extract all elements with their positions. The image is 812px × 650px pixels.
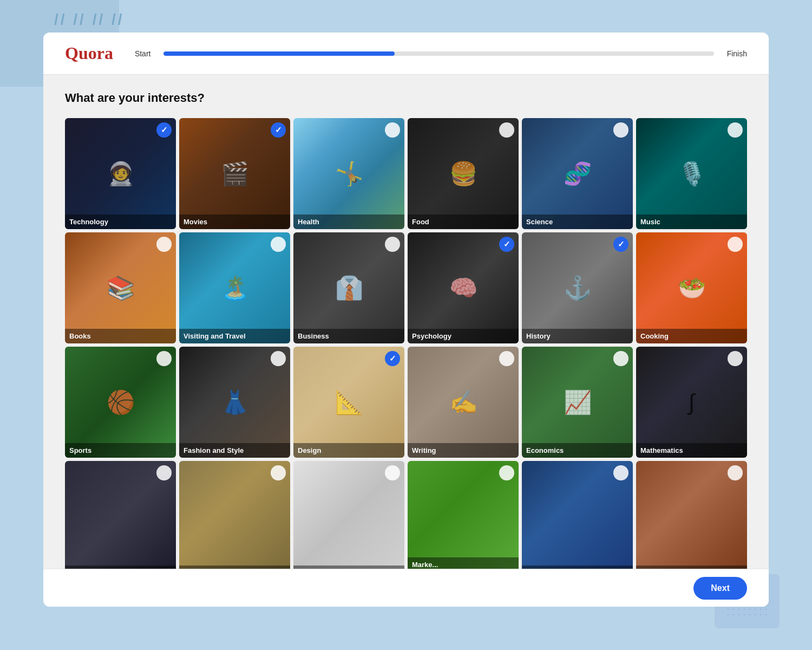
history-label: History bbox=[522, 329, 633, 343]
books-label: Books bbox=[65, 329, 176, 343]
design-select[interactable]: ✓ bbox=[385, 351, 400, 366]
card-science[interactable]: Science bbox=[522, 118, 633, 229]
interests-grid: Technology ✓ Movies ✓ Health Food bbox=[65, 118, 747, 572]
card-row4d[interactable]: Marke... bbox=[408, 461, 519, 572]
economics-label: Economics bbox=[522, 443, 633, 458]
technology-label: Technology bbox=[65, 214, 176, 229]
writing-label: Writing bbox=[408, 443, 519, 458]
header: Quora Start Finish bbox=[43, 32, 769, 75]
card-psychology[interactable]: Psychology ✓ bbox=[408, 232, 519, 343]
books-select[interactable] bbox=[156, 237, 172, 252]
visiting-label: Visiting and Travel bbox=[179, 329, 290, 343]
card-row4f[interactable] bbox=[636, 461, 747, 572]
card-economics[interactable]: Economics bbox=[522, 347, 633, 458]
card-design[interactable]: Design ✓ bbox=[293, 347, 404, 458]
sports-label: Sports bbox=[65, 443, 176, 458]
row4a-select[interactable] bbox=[156, 465, 172, 480]
card-row4b[interactable] bbox=[179, 461, 290, 572]
health-label: Health bbox=[293, 214, 404, 229]
card-writing[interactable]: Writing bbox=[408, 347, 519, 458]
quora-logo: Quora bbox=[65, 43, 113, 63]
content-area: What are your interests? Technology ✓ Mo… bbox=[43, 75, 769, 606]
music-select[interactable] bbox=[728, 122, 743, 138]
economics-select[interactable] bbox=[613, 351, 628, 366]
main-card: Quora Start Finish What are your interes… bbox=[43, 32, 769, 607]
cooking-select[interactable] bbox=[728, 237, 743, 252]
progress-start-label: Start bbox=[135, 49, 151, 58]
science-label: Science bbox=[522, 214, 633, 229]
movies-label: Movies bbox=[179, 214, 290, 229]
row4f-select[interactable] bbox=[728, 465, 743, 480]
card-food[interactable]: Food bbox=[408, 118, 519, 229]
row4b-select[interactable] bbox=[271, 465, 286, 480]
fashion-label: Fashion and Style bbox=[179, 443, 290, 458]
row4e-select[interactable] bbox=[613, 465, 628, 480]
movies-select[interactable]: ✓ bbox=[271, 122, 286, 138]
card-movies[interactable]: Movies ✓ bbox=[179, 118, 290, 229]
music-label: Music bbox=[636, 214, 747, 229]
food-label: Food bbox=[408, 214, 519, 229]
row4d-select[interactable] bbox=[499, 465, 514, 480]
card-visiting[interactable]: Visiting and Travel bbox=[179, 232, 290, 343]
history-select[interactable]: ✓ bbox=[613, 237, 628, 252]
food-select[interactable] bbox=[499, 122, 514, 138]
sports-select[interactable] bbox=[156, 351, 172, 366]
health-select[interactable] bbox=[385, 122, 400, 138]
design-label: Design bbox=[293, 443, 404, 458]
page-title: What are your interests? bbox=[65, 91, 747, 105]
card-music[interactable]: Music bbox=[636, 118, 747, 229]
cooking-label: Cooking bbox=[636, 329, 747, 343]
card-row4e[interactable] bbox=[522, 461, 633, 572]
mathematics-select[interactable] bbox=[728, 351, 743, 366]
card-cooking[interactable]: Cooking bbox=[636, 232, 747, 343]
bottom-bar: Next bbox=[43, 569, 769, 607]
card-fashion[interactable]: Fashion and Style bbox=[179, 347, 290, 458]
card-books[interactable]: Books bbox=[65, 232, 176, 343]
card-sports[interactable]: Sports bbox=[65, 347, 176, 458]
business-label: Business bbox=[293, 329, 404, 343]
technology-select[interactable]: ✓ bbox=[156, 122, 172, 138]
card-business[interactable]: Business bbox=[293, 232, 404, 343]
mathematics-label: Mathematics bbox=[636, 443, 747, 458]
card-row4a[interactable] bbox=[65, 461, 176, 572]
card-health[interactable]: Health bbox=[293, 118, 404, 229]
writing-select[interactable] bbox=[499, 351, 514, 366]
psychology-select[interactable]: ✓ bbox=[499, 237, 514, 252]
visiting-select[interactable] bbox=[271, 237, 286, 252]
progress-bar-fill bbox=[163, 51, 395, 56]
fashion-select[interactable] bbox=[271, 351, 286, 366]
progress-bar bbox=[163, 51, 713, 56]
science-select[interactable] bbox=[613, 122, 628, 138]
card-mathematics[interactable]: Mathematics bbox=[636, 347, 747, 458]
card-technology[interactable]: Technology ✓ bbox=[65, 118, 176, 229]
progress-finish-label: Finish bbox=[727, 49, 747, 58]
card-row4c[interactable] bbox=[293, 461, 404, 572]
next-button[interactable]: Next bbox=[693, 577, 747, 600]
psychology-label: Psychology bbox=[408, 329, 519, 343]
row4c-select[interactable] bbox=[385, 465, 400, 480]
business-select[interactable] bbox=[385, 237, 400, 252]
card-history[interactable]: History ✓ bbox=[522, 232, 633, 343]
